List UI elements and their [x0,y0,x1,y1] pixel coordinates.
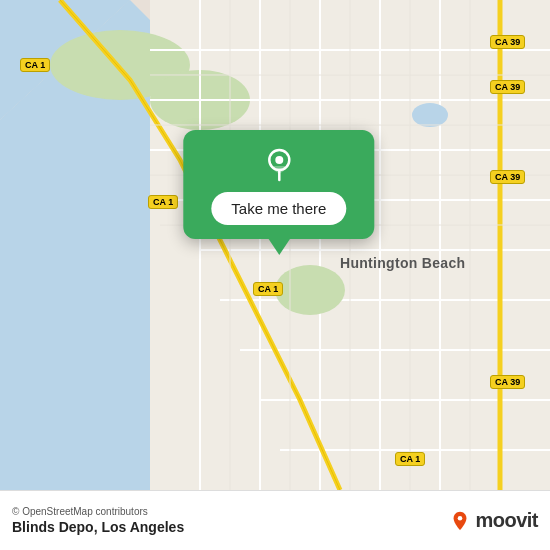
bottom-left-info: © OpenStreetMap contributors Blinds Depo… [12,506,184,535]
road-badge-ca39-bot: CA 39 [490,375,525,389]
location-pin-icon [261,146,297,182]
road-badge-ca1-br: CA 1 [395,452,425,466]
svg-point-35 [275,156,283,164]
city-label-huntington-beach: Huntington Beach [340,255,465,271]
moovit-pin-icon [449,510,471,532]
road-badge-ca39-mid-top: CA 39 [490,80,525,94]
road-badge-ca1-top-left: CA 1 [20,58,50,72]
road-badge-ca1-center: CA 1 [253,282,283,296]
road-badge-ca39-mid: CA 39 [490,170,525,184]
popup-card: Take me there [183,130,374,239]
bottom-bar: © OpenStreetMap contributors Blinds Depo… [0,490,550,550]
moovit-logo: moovit [449,509,538,532]
moovit-label: moovit [475,509,538,532]
location-name: Blinds Depo, Los Angeles [12,519,184,535]
road-badge-ca1-mid: CA 1 [148,195,178,209]
svg-point-23 [275,265,345,315]
map-container: CA 1 CA 1 CA 1 CA 1 CA 1 CA 39 CA 39 CA … [0,0,550,490]
osm-credit: © OpenStreetMap contributors [12,506,184,517]
road-badge-ca39-top: CA 39 [490,35,525,49]
svg-point-24 [412,103,448,127]
take-me-there-button[interactable]: Take me there [211,192,346,225]
svg-point-37 [458,515,463,520]
